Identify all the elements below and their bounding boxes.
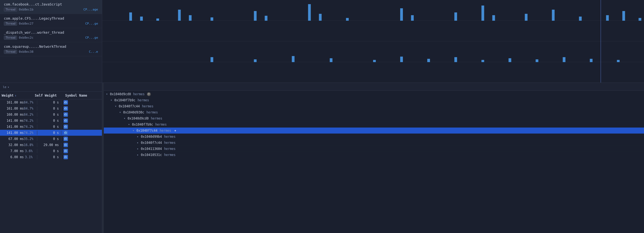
call-lib: hermes bbox=[133, 92, 145, 96]
svg-rect-13 bbox=[454, 12, 457, 21]
call-addr: 0x1040f7c44 bbox=[136, 129, 157, 133]
thread-type-label: CP...age bbox=[83, 8, 98, 11]
weight-row-4[interactable]: 141.00 ms 74.2% 0 s 👤 bbox=[0, 124, 102, 130]
svg-rect-25 bbox=[330, 58, 332, 62]
call-row-3[interactable]: ▾ 0x1040d930c hermes bbox=[104, 109, 644, 115]
col-divider2 bbox=[61, 118, 61, 123]
sort-arrow: ↓ bbox=[15, 94, 16, 97]
weight-pct: 3.6% bbox=[24, 149, 35, 153]
col-divider2 bbox=[61, 137, 61, 141]
thread-badge-group: Thread 0xb8ec27 bbox=[4, 22, 33, 26]
weight-row-2[interactable]: 160.00 ms 84.2% 0 s 👤 bbox=[0, 112, 102, 118]
weight-val: 32.00 ms bbox=[2, 143, 24, 147]
weight-val: 161.00 ms bbox=[2, 107, 24, 110]
thread-id: 0xb8ec2c bbox=[19, 36, 33, 39]
thread-row-2[interactable]: _dispatch_wor...worker_thread Thread 0xb… bbox=[0, 28, 102, 42]
call-lib: hermes bbox=[151, 116, 162, 120]
weight-val: 141.00 ms bbox=[2, 125, 24, 129]
svg-rect-7 bbox=[265, 16, 268, 21]
call-chevron[interactable]: ▾ bbox=[106, 92, 110, 96]
weight-pct: 74.2% bbox=[24, 131, 35, 135]
call-lib: hermes bbox=[164, 153, 176, 157]
call-row-4[interactable]: ▾ 0x1040d9cd0 hermes bbox=[104, 115, 644, 121]
call-row-10[interactable]: ▸ 0x10410531c hermes bbox=[104, 152, 644, 158]
left-panel: le ▾ Weight ↓ Self Weight Symbol Name 16… bbox=[0, 83, 102, 233]
call-row-1[interactable]: ▾ 0x1040f7b9c hermes bbox=[104, 97, 644, 103]
call-addr: 0x104113604 bbox=[141, 147, 162, 151]
weight-pct: 3.1% bbox=[24, 155, 35, 159]
call-icon-gray: ⏱ bbox=[147, 92, 151, 96]
weight-val: 6.00 ms bbox=[2, 155, 24, 159]
weight-row-0[interactable]: 161.00 ms 84.7% 0 s 👤 bbox=[0, 99, 102, 105]
call-addr: 0x10410531c bbox=[141, 153, 162, 157]
call-chevron[interactable]: ▾ bbox=[128, 123, 132, 126]
symbol-icon: 👤 bbox=[64, 106, 68, 111]
call-row-8[interactable]: ▸ 0x1040f7c44 hermes bbox=[104, 140, 644, 146]
self-val: 0 s bbox=[39, 125, 59, 129]
col-divider2 bbox=[61, 155, 61, 159]
call-chevron[interactable]: ▾ bbox=[133, 129, 136, 132]
svg-rect-19 bbox=[606, 15, 609, 21]
call-chevron[interactable]: ▸ bbox=[137, 135, 141, 138]
weight-row-3[interactable]: 141.00 ms 74.2% 0 s 👤 bbox=[0, 118, 102, 124]
weight-pct: 84.2% bbox=[24, 113, 35, 116]
svg-rect-32 bbox=[536, 59, 539, 62]
self-weight-col-header: Self Weight bbox=[35, 94, 65, 97]
thread-name: com.facebook...ct.JavaScript bbox=[4, 2, 98, 6]
col-divider2 bbox=[61, 112, 61, 117]
self-val: 0 s bbox=[39, 107, 59, 110]
svg-text:👤: 👤 bbox=[65, 132, 67, 134]
timeline-row-1 bbox=[102, 21, 644, 41]
thread-row-3[interactable]: com.squareup.....NetworkThread Thread 0x… bbox=[0, 42, 102, 56]
weight-row-5[interactable]: 141.00 ms 74.2% 0 s 👤 bbox=[0, 130, 102, 136]
svg-rect-22 bbox=[210, 57, 213, 62]
symbol-icon: 👤 bbox=[64, 118, 68, 123]
call-chevron[interactable]: ▸ bbox=[137, 153, 141, 156]
top-section: com.facebook...ct.JavaScript Thread 0xb8… bbox=[0, 0, 644, 83]
weight-val: 141.00 ms bbox=[2, 119, 24, 123]
call-chevron[interactable]: ▾ bbox=[119, 111, 123, 114]
thread-meta: Thread 0xb8ec2c CP...ge bbox=[4, 36, 98, 40]
weight-col-header: Weight ↓ bbox=[2, 94, 35, 97]
call-row-6[interactable]: ▾ 0x1040f7c44 hermes ⊕ bbox=[104, 128, 644, 134]
self-val: 0 s bbox=[39, 149, 59, 153]
thread-row-0[interactable]: com.facebook...ct.JavaScript Thread 0xb8… bbox=[0, 0, 102, 14]
svg-text:👤: 👤 bbox=[65, 156, 67, 158]
weight-row-6[interactable]: 67.00 ms 35.2% 0 s 👤 bbox=[0, 136, 102, 142]
call-row-2[interactable]: ▾ 0x1040f7c44 hermes bbox=[104, 103, 644, 109]
call-chevron[interactable]: ▾ bbox=[115, 105, 119, 108]
col-divider2 bbox=[61, 100, 61, 105]
call-row-9[interactable]: ▸ 0x104113604 hermes bbox=[104, 146, 644, 152]
dropdown-arrow[interactable]: ▾ bbox=[7, 86, 9, 89]
call-chevron[interactable]: ▸ bbox=[137, 147, 141, 150]
self-val: 0 s bbox=[39, 155, 59, 159]
svg-text:👤: 👤 bbox=[65, 138, 67, 140]
call-icon-blue: ⊕ bbox=[173, 129, 177, 133]
call-chevron[interactable]: ▾ bbox=[124, 117, 128, 120]
thread-name: com.squareup.....NetworkThread bbox=[4, 44, 98, 49]
weight-pct: 35.2% bbox=[24, 137, 35, 141]
thread-badge: Thread bbox=[4, 36, 17, 40]
weight-row-1[interactable]: 161.00 ms 84.7% 0 s 👤 bbox=[0, 105, 102, 112]
svg-rect-29 bbox=[454, 57, 457, 62]
thread-name: _dispatch_wor...worker_thread bbox=[4, 30, 98, 35]
svg-rect-2 bbox=[156, 18, 159, 21]
weight-row-9[interactable]: 6.00 ms 3.1% 0 s 👤 bbox=[0, 154, 102, 160]
svg-rect-8 bbox=[308, 4, 311, 21]
call-chevron[interactable]: ▸ bbox=[137, 141, 141, 144]
weight-row-8[interactable]: 7.00 ms 3.6% 0 s 👤 bbox=[0, 148, 102, 154]
call-row-5[interactable]: ▾ 0x1040f7b9c hermes bbox=[104, 121, 644, 128]
call-row-7[interactable]: ▸ 0x1040d99b4 hermes bbox=[104, 134, 644, 140]
call-chevron[interactable]: ▾ bbox=[110, 99, 114, 102]
call-row-0[interactable]: ▾ 0x1040d9cd0 hermes ⏱ bbox=[104, 91, 644, 97]
weight-row-7[interactable]: 32.00 ms 16.8% 29.00 ms 👤 bbox=[0, 142, 102, 148]
svg-rect-6 bbox=[254, 11, 257, 21]
svg-rect-0 bbox=[129, 12, 132, 21]
timeline-row-2 bbox=[102, 41, 644, 62]
weight-val: 67.00 ms bbox=[2, 137, 24, 141]
thread-row-1[interactable]: com.apple.CFS....LegacyThread Thread 0xb… bbox=[0, 14, 102, 28]
call-lib: hermes bbox=[164, 141, 176, 145]
svg-text:👤: 👤 bbox=[65, 144, 67, 146]
col-divider bbox=[37, 149, 37, 153]
symbol-icon: 👤 bbox=[64, 112, 68, 117]
